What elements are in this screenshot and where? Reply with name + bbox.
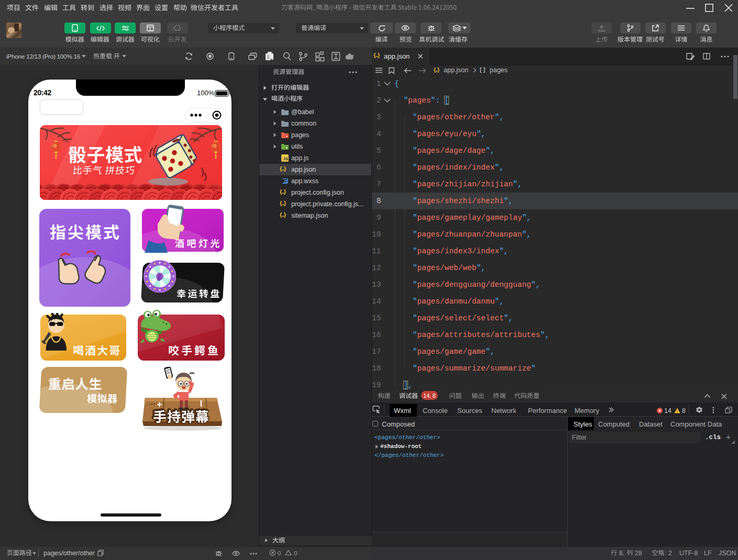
- svg-text:0: 0: [278, 550, 281, 556]
- svg-text:0: 0: [294, 550, 297, 556]
